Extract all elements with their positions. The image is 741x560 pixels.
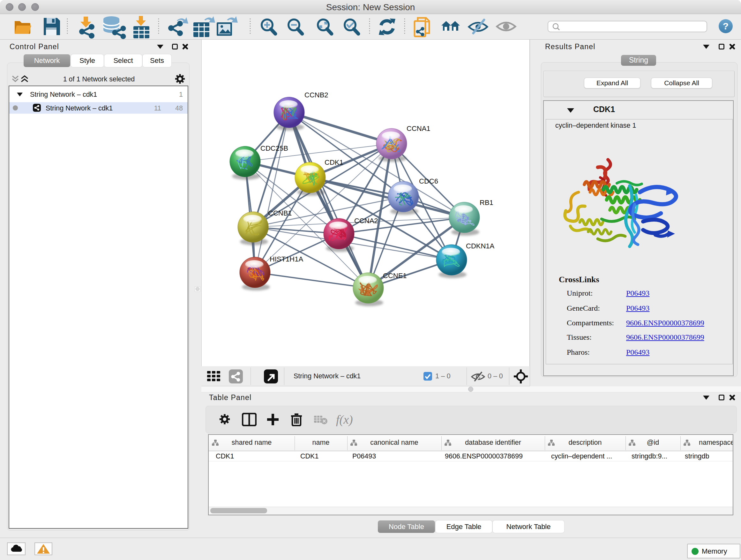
svg-text:CCNE1: CCNE1 bbox=[383, 272, 407, 280]
svg-text:CCNB1: CCNB1 bbox=[268, 209, 292, 217]
svg-text:CDKN1A: CDKN1A bbox=[466, 242, 495, 250]
svg-text:CDC25B: CDC25B bbox=[260, 144, 288, 152]
svg-text:CCNA2: CCNA2 bbox=[354, 217, 378, 225]
svg-text:HIST1H1A: HIST1H1A bbox=[270, 255, 303, 263]
svg-text:CDK1: CDK1 bbox=[325, 159, 343, 166]
svg-text:CCNB2: CCNB2 bbox=[305, 91, 328, 99]
svg-text:RB1: RB1 bbox=[480, 199, 493, 206]
svg-text:CCNA1: CCNA1 bbox=[407, 125, 430, 132]
svg-text:CDC6: CDC6 bbox=[419, 177, 438, 185]
